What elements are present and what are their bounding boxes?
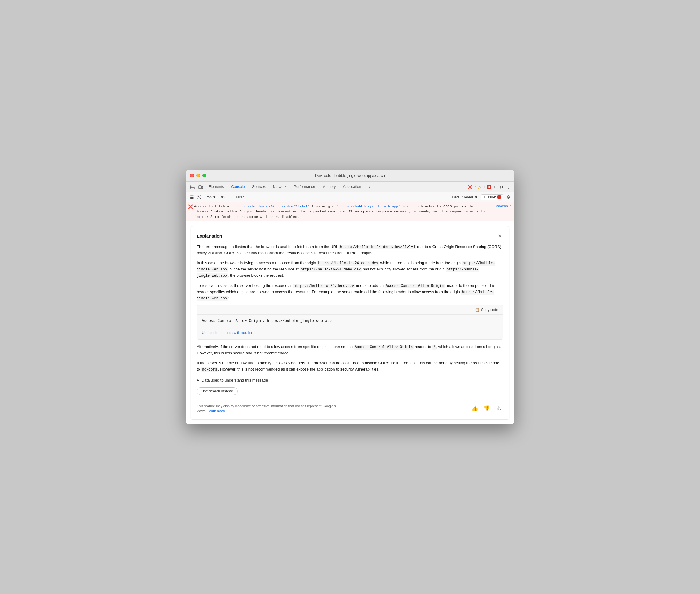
- titlebar: DevTools - bubble-jingle.web.app/search: [186, 170, 514, 182]
- svg-rect-1: [190, 187, 195, 189]
- tab-application[interactable]: Application: [339, 182, 364, 192]
- error-text-before: Access to fetch at ': [194, 204, 235, 208]
- error-text-block: Access to fetch at 'https://hello-io-24.…: [194, 204, 492, 219]
- thumbs-down-button[interactable]: 👎: [482, 404, 491, 413]
- caution-link[interactable]: Use code snippets with caution: [197, 328, 503, 339]
- tab-sources[interactable]: Sources: [248, 182, 269, 192]
- warning-icon: △: [478, 185, 481, 190]
- filter-area: ☐ Filter: [232, 195, 449, 199]
- use-search-button[interactable]: Use search instead: [197, 387, 238, 395]
- minimize-button[interactable]: [196, 174, 200, 177]
- svg-rect-0: [190, 185, 192, 187]
- issues-badge[interactable]: 1 Issue: 1: [481, 194, 503, 200]
- code-snippet: Access-Control-Allow-Origin: https://bub…: [197, 315, 503, 328]
- tab-memory[interactable]: Memory: [319, 182, 339, 192]
- paragraph-1: The error message indicates that the bro…: [197, 244, 503, 256]
- code-block: 📋 Copy code Access-Control-Allow-Origin:…: [197, 305, 503, 340]
- console-content: ❌ Access to fetch at 'https://hello-io-2…: [186, 202, 514, 424]
- error-source-link[interactable]: search:1: [496, 204, 512, 209]
- error-circle-icon: ❌: [467, 185, 473, 190]
- footer-text: This feature may display inaccurate or o…: [197, 404, 346, 413]
- divider: [229, 195, 229, 200]
- filter-icon: ☐: [232, 195, 235, 199]
- error-banner: ❌ Access to fetch at 'https://hello-io-2…: [186, 202, 514, 222]
- console-toolbar: ☰ ⃠ top ▼ 👁 ☐ Filter Default levels ▼ 1 …: [186, 192, 514, 202]
- error-count: 2: [474, 185, 476, 189]
- eye-icon[interactable]: 👁: [219, 194, 226, 201]
- chevron-down-icon-levels: ▼: [475, 195, 478, 199]
- window-title: DevTools - bubble-jingle.web.app/search: [315, 173, 385, 178]
- data-toggle[interactable]: ► Data used to understand this message: [197, 377, 503, 384]
- thumbs-up-button[interactable]: 👍: [470, 404, 479, 413]
- learn-more-link[interactable]: Learn more: [207, 409, 225, 412]
- code-block-header: 📋 Copy code: [197, 305, 503, 315]
- error-icon: ❌: [188, 204, 193, 210]
- inspect-element-icon[interactable]: [188, 183, 197, 191]
- paragraph-3: To resolve this issue, the server hostin…: [197, 283, 503, 302]
- issue-badge: ■: [487, 185, 492, 189]
- card-header: Explanation ✕: [197, 232, 503, 240]
- issues-label: 1 Issue:: [484, 195, 496, 199]
- card-footer: This feature may display inaccurate or o…: [197, 400, 503, 413]
- svg-rect-3: [202, 187, 203, 189]
- settings-icon[interactable]: ⚙: [497, 184, 505, 191]
- copy-code-button[interactable]: 📋 Copy code: [473, 307, 500, 312]
- devtools-window: DevTools - bubble-jingle.web.app/search …: [186, 170, 514, 424]
- close-button[interactable]: [190, 174, 194, 177]
- tab-console[interactable]: Console: [228, 182, 248, 192]
- device-toolbar-icon[interactable]: [197, 183, 205, 191]
- more-options-icon[interactable]: ⋮: [505, 184, 512, 191]
- issue-count: 1: [493, 185, 495, 189]
- issues-count-badge: 1: [497, 195, 501, 199]
- maximize-button[interactable]: [203, 174, 206, 177]
- tabbar: Elements Console Sources Network Perform…: [186, 182, 514, 192]
- footer-actions: 👍 👎 ⚠: [470, 404, 503, 413]
- card-body: The error message indicates that the bro…: [197, 244, 503, 400]
- error-url-link[interactable]: https://hello-io-24.deno.dev/?lvl=1: [235, 204, 308, 208]
- data-section: ► Data used to understand this message: [197, 377, 503, 384]
- chevron-down-icon: ▼: [213, 195, 216, 199]
- paragraph-4: Alternatively, if the server does not ne…: [197, 344, 503, 357]
- close-card-button[interactable]: ✕: [496, 232, 503, 240]
- levels-selector[interactable]: Default levels ▼: [450, 195, 480, 200]
- error-badges: ❌ 2 △ 1 ■ 1: [467, 185, 495, 190]
- context-selector[interactable]: top ▼: [205, 195, 218, 200]
- report-button[interactable]: ⚠: [494, 404, 503, 413]
- svg-rect-2: [199, 186, 201, 189]
- clear-console-icon[interactable]: ⃠: [197, 194, 204, 201]
- paragraph-2: In this case, the browser is trying to a…: [197, 260, 503, 279]
- tab-performance[interactable]: Performance: [290, 182, 319, 192]
- copy-icon: 📋: [475, 308, 480, 312]
- error-text-middle: ' from origin ': [308, 204, 339, 208]
- console-settings-icon[interactable]: ⚙: [505, 194, 512, 201]
- arrow-icon: ►: [197, 378, 200, 383]
- tab-network[interactable]: Network: [269, 182, 290, 192]
- error-origin-link[interactable]: https://bubble-jingle.web.app: [338, 204, 398, 208]
- traffic-lights: [190, 174, 206, 177]
- card-title: Explanation: [197, 233, 222, 238]
- sidebar-toggle-icon[interactable]: ☰: [188, 194, 195, 201]
- explanation-card: Explanation ✕ The error message indicate…: [190, 226, 510, 420]
- warning-count: 1: [483, 185, 485, 189]
- tab-elements[interactable]: Elements: [205, 182, 228, 192]
- tab-more[interactable]: »: [365, 182, 374, 192]
- paragraph-5: If the server is unable or unwilling to …: [197, 360, 503, 372]
